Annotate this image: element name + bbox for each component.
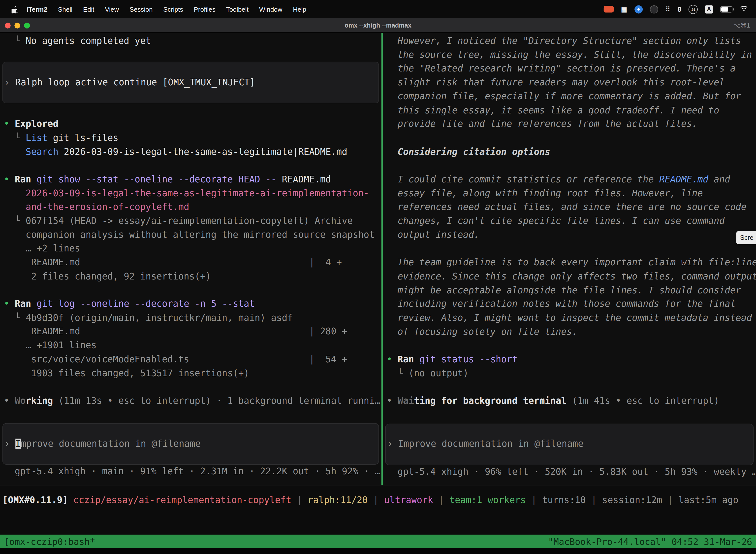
spacer [383, 381, 756, 394]
turns-counter: turns:10 [542, 495, 586, 505]
wifi-icon[interactable] [740, 5, 748, 13]
prompt-input-line: › Improve documentation in @filename [386, 437, 583, 451]
tool-verb-list: List [25, 132, 47, 143]
prompt-chevron: › [4, 77, 15, 88]
screen-share-overlay-button[interactable]: Scre [736, 231, 756, 244]
window-title: omx --xhigh --madmax [0, 21, 756, 29]
window-titlebar: omx --xhigh --madmax ⌥⌘1 [0, 18, 756, 33]
menu-item-help[interactable]: Help [288, 5, 312, 13]
traffic-lights [5, 22, 30, 28]
bullet-icon: • [4, 119, 15, 129]
explored-title: Explored [15, 119, 59, 129]
spacer [383, 159, 756, 173]
spacer [0, 159, 381, 173]
battery-percent-label: .61 [691, 7, 695, 11]
indent [4, 147, 26, 157]
essay-filename-line-2: and-the-erosion-of-copyleft.md [0, 200, 381, 214]
menu-item-view[interactable]: View [100, 5, 124, 13]
terminal-panes: └ No agents completed yet › Ralph loop a… [0, 33, 756, 485]
agents-status-text: No agents completed yet [25, 36, 151, 46]
bottom-gap [0, 548, 756, 554]
prompt-chevron: › [387, 439, 398, 449]
ran-verb: Ran [15, 174, 31, 184]
reasoning-paragraph-2-rest: essay file, along with finding root file… [383, 187, 756, 242]
tool-args: 2026-03-09-is-legal-the-same-as-legitima… [58, 147, 347, 157]
prompt-input-left[interactable]: › Improve documentation in @filename [2, 423, 379, 465]
text-cursor: I [15, 439, 20, 449]
paragraph-text: and [708, 174, 730, 184]
spacer [0, 408, 381, 422]
reasoning-paragraph-1: However, I noticed the "Directory Struct… [383, 34, 756, 131]
diffstat-summary-line: 1903 files changed, 513517 insertions(+) [0, 366, 381, 380]
separator: | [526, 495, 542, 505]
ralph-loop-line: › Ralph loop active continue [OMX_TMUX_I… [3, 76, 255, 90]
close-button[interactable] [5, 22, 10, 28]
battery-icon[interactable] [720, 6, 733, 12]
session-duration: session:12m [602, 495, 662, 505]
spacer [0, 48, 381, 62]
essay-filename-line-1: 2026-03-09-is-legal-the-same-as-legitima… [0, 186, 381, 200]
working-word-dim: Wo [15, 396, 26, 406]
menu-item-edit[interactable]: Edit [78, 5, 100, 13]
ralph-loop-text: Ralph loop active continue [OMX_TMUX_INJ… [15, 77, 255, 88]
waiting-status-line: • Waiting for background terminal (1m 41… [383, 394, 756, 408]
bullet-icon: • [387, 354, 397, 365]
menu-item-window[interactable]: Window [254, 5, 288, 13]
menu-item-iterm2[interactable]: iTerm2 [21, 5, 53, 13]
diffstat-summary-line: 2 files changed, 92 insertions(+) [0, 270, 381, 283]
battery-percent-widget-icon[interactable]: .61 [689, 4, 698, 14]
spacer [0, 283, 381, 297]
terminal-pane-left[interactable]: └ No agents completed yet › Ralph loop a… [0, 33, 381, 485]
command-text: git show --stat --oneline --decorate HEA… [31, 174, 276, 184]
terminal-pane-right[interactable]: However, I noticed the "Directory Struct… [383, 33, 756, 485]
menu-item-profiles[interactable]: Profiles [189, 5, 221, 13]
prompt-input-line: › Improve documentation in @filename [3, 437, 201, 451]
diffstat-line: src/voice/voiceModeEnabled.ts | 54 + [0, 353, 381, 367]
dark-app-icon[interactable] [650, 5, 658, 13]
menu-item-scripts[interactable]: Scripts [158, 5, 189, 13]
working-word: rking [26, 396, 53, 406]
more-lines-indicator: … +1901 lines [0, 339, 381, 353]
tool-verb-search: Search [25, 147, 58, 157]
ran-verb: Ran [397, 354, 414, 365]
menu-item-shell[interactable]: Shell [53, 5, 78, 13]
grid-icon[interactable]: ▦ [621, 5, 627, 13]
window-shortcut-badge: ⌥⌘1 [733, 21, 750, 29]
dots-grid-icon[interactable]: ⠿ [665, 5, 670, 13]
menubar-left: iTerm2 Shell Edit View Session Scripts P… [0, 5, 312, 13]
agents-status-line: └ No agents completed yet [0, 34, 381, 48]
apple-menu-icon[interactable] [12, 5, 18, 13]
reasoning-heading: Considering citation options [383, 145, 756, 159]
menubar-status-icons: ▦ ⠿ 8 .61 A [604, 4, 756, 14]
ran-git-show-line: • Ran git show --stat --oneline --decora… [0, 173, 381, 187]
omx-status-bar: [OMX#0.11.9] cczip/essay/ai-reimplementa… [0, 485, 756, 535]
working-status-line: • Working (11m 13s • esc to interrupt) ·… [0, 394, 381, 408]
input-source-icon[interactable]: A [705, 5, 713, 13]
eight-app-icon[interactable]: 8 [678, 5, 681, 13]
separator: | [292, 495, 308, 505]
tmux-status-bar: [omx-cczip0:bash* "MacBook-Pro-44.local"… [0, 535, 756, 548]
ran-git-status-line: • Ran git status --short [383, 353, 756, 367]
zoom-button[interactable] [24, 22, 30, 28]
omx-branch-path: cczip/essay/ai-reimplementation-copyleft [68, 495, 291, 505]
prompt-input-right[interactable]: › Improve documentation in @filename [385, 424, 754, 465]
macos-menubar: iTerm2 Shell Edit View Session Scripts P… [0, 0, 756, 18]
minimize-button[interactable] [14, 22, 20, 28]
input-placeholder: Improve documentation in @filename [398, 439, 583, 449]
screen-recording-indicator-icon[interactable] [604, 6, 614, 12]
reasoning-paragraph-3: The team guideline is to back every impo… [383, 256, 756, 339]
readme-file-reference: README.md [659, 174, 708, 184]
bullet-icon: • [4, 174, 15, 184]
separator: | [662, 495, 678, 505]
more-lines-indicator: … +2 lines [0, 242, 381, 256]
blue-app-icon[interactable] [634, 5, 643, 13]
ran-git-log-line: • Ran git log --oneline --decorate -n 5 … [0, 297, 381, 311]
waiting-detail: (1m 41s • esc to interrupt) [567, 396, 719, 406]
screen-share-overlay-label: Scre [740, 234, 754, 241]
menu-item-session[interactable]: Session [124, 5, 158, 13]
menu-item-toolbelt[interactable]: Toolbelt [221, 5, 254, 13]
git-ls-files-line: └ List git ls-files [0, 131, 381, 145]
spacer [383, 339, 756, 353]
spinner-bullet-icon: • [4, 396, 15, 406]
tmux-session-window: [omx-cczip0:bash* [4, 536, 95, 547]
